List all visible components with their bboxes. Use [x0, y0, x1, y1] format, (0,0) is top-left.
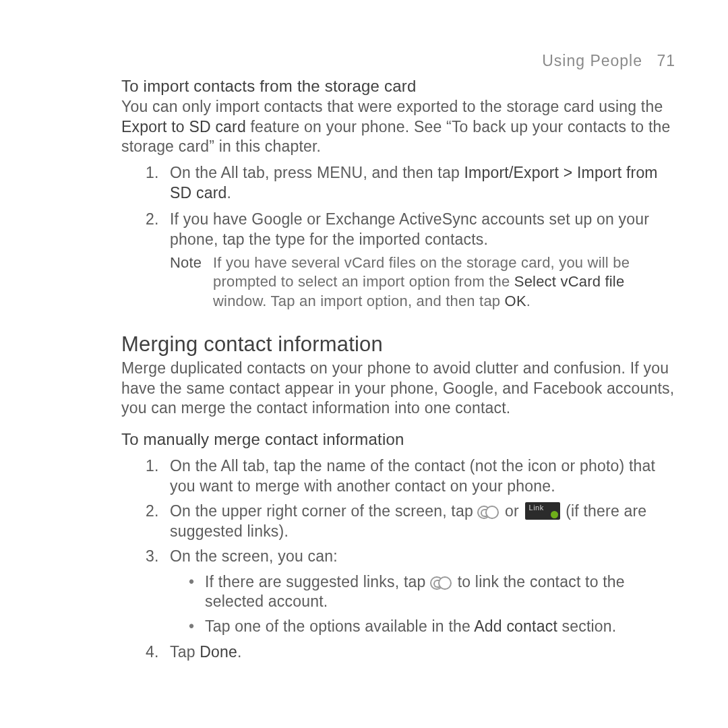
breadcrumb: Using People 71: [121, 51, 675, 71]
merge-bullet-1: If there are suggested links, tap to lin…: [189, 572, 675, 612]
merge-step-3: 3. On the screen, you can: If there are …: [151, 547, 675, 637]
merge-step-1: 1. On the All tab, tap the name of the c…: [151, 456, 675, 496]
import-steps: 1. On the All tab, press MENU, and then …: [121, 163, 675, 310]
note-label: Note: [170, 253, 213, 310]
merge-steps: 1. On the All tab, tap the name of the c…: [121, 456, 675, 662]
import-note: Note If you have several vCard files on …: [170, 253, 675, 310]
merge-intro: Merge duplicated contacts on your phone …: [121, 359, 675, 418]
heading-merge: Merging contact information: [121, 331, 675, 358]
merge-step-4: 4. Tap Done.: [151, 642, 675, 662]
page: Using People 71 To import contacts from …: [0, 0, 728, 662]
link-icon: [477, 505, 500, 518]
merge-bullet-2: Tap one of the options available in the …: [189, 617, 675, 636]
note-text: If you have several vCard files on the s…: [213, 253, 675, 310]
heading-import: To import contacts from the storage card: [121, 76, 675, 97]
heading-merge-manual: To manually merge contact information: [121, 429, 675, 450]
import-step-1: 1. On the All tab, press MENU, and then …: [151, 163, 675, 203]
link-badge-icon: Link: [525, 502, 560, 520]
page-number: 71: [657, 51, 675, 71]
link-icon: [430, 576, 453, 589]
import-step-2: 2. If you have Google or Exchange Active…: [151, 210, 675, 310]
import-intro: You can only import contacts that were e…: [121, 97, 675, 156]
merge-step-2: 2. On the upper right corner of the scre…: [151, 502, 675, 541]
merge-step-3-bullets: If there are suggested links, tap to lin…: [170, 572, 675, 637]
section-title: Using People: [542, 52, 642, 69]
